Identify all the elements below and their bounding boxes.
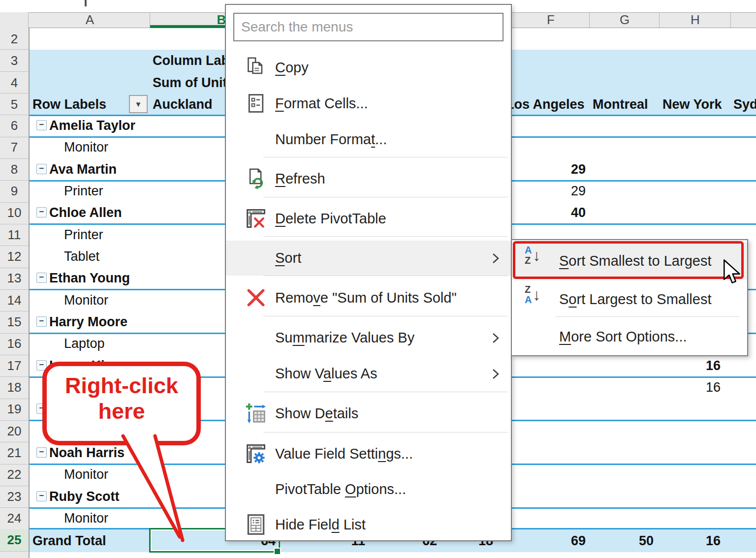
row-label-person[interactable]: Harry Moore: [49, 311, 127, 333]
row-labels-cell[interactable]: Row Labels: [32, 93, 106, 115]
name-box-divider: [85, 0, 87, 6]
menu-item-remove-sum-of-units-sold[interactable]: Remove "Sum of Units Sold": [226, 280, 511, 315]
row-header-10[interactable]: 10: [0, 202, 29, 224]
row-header-2[interactable]: 2: [0, 28, 29, 50]
row-label-person[interactable]: Chloe Allen: [49, 202, 122, 223]
menu-item-summarize-values-by[interactable]: Summarize Values By: [226, 320, 511, 355]
callout-tail: [113, 433, 192, 544]
show-details-icon: [244, 403, 268, 424]
menu-item-pivottable-options[interactable]: PivotTable Options...: [226, 472, 511, 506]
row-label-person[interactable]: Ruby Scott: [49, 486, 120, 507]
collapse-icon[interactable]: −: [36, 491, 47, 501]
row-label-item[interactable]: Tablet: [64, 246, 99, 267]
grand-total-h[interactable]: 16: [660, 529, 721, 552]
row-header-22[interactable]: 22: [0, 464, 29, 486]
search-input[interactable]: [233, 13, 504, 41]
collapse-icon[interactable]: −: [36, 120, 47, 130]
menu-item-hide-field-list[interactable]: Hide Field List: [226, 507, 511, 542]
city-header-montreal[interactable]: Montreal: [593, 93, 648, 115]
sort-za-icon: ZA ↓: [525, 284, 540, 305]
row-header-6[interactable]: 6: [0, 115, 29, 137]
menu-item-sort[interactable]: Sort: [226, 241, 511, 276]
row-label-item[interactable]: Monitor: [64, 464, 108, 485]
menu-item-value-field-settings[interactable]: Value Field Settings...: [226, 436, 511, 471]
column-header-a[interactable]: A: [30, 12, 150, 28]
city-header-sydney[interactable]: Sydney: [733, 93, 756, 115]
cell-value[interactable]: 29: [512, 180, 586, 202]
row-header-21[interactable]: 21: [0, 442, 29, 464]
menu-item-copy[interactable]: Copy: [226, 50, 511, 85]
row-header-15[interactable]: 15: [0, 311, 29, 333]
row-header-14[interactable]: 14: [0, 289, 29, 311]
copy-icon: [244, 57, 268, 78]
cell-value[interactable]: 16: [660, 355, 721, 376]
collapse-icon[interactable]: −: [36, 164, 47, 174]
cell-value[interactable]: 40: [512, 202, 586, 223]
row-header-11[interactable]: 11: [0, 224, 29, 246]
sort-submenu: AZ ↓ Sort Smallest to Largest ZA ↓ Sort …: [511, 239, 748, 356]
cell-value[interactable]: 29: [512, 158, 586, 180]
column-header-h[interactable]: H: [660, 12, 731, 28]
row-label-item[interactable]: Monitor: [64, 289, 108, 311]
grand-total-label[interactable]: Grand Total: [32, 529, 106, 552]
column-header-g[interactable]: G: [590, 12, 660, 28]
row-label-item[interactable]: Laptop: [64, 333, 105, 354]
row-header-4[interactable]: 4: [0, 72, 29, 94]
context-menu: Copy Format Cells... Number Format...: [225, 4, 512, 541]
cell-value[interactable]: 16: [660, 376, 721, 398]
submenu-item-more-sort-options[interactable]: More Sort Options...: [512, 320, 747, 353]
city-header-new-york[interactable]: New York: [662, 93, 722, 115]
value-field-settings-icon: [244, 443, 268, 465]
row-header-23[interactable]: 23: [0, 486, 29, 508]
row-header-17[interactable]: 17: [0, 355, 29, 377]
menu-separator: [263, 276, 508, 276]
menu-separator: [263, 432, 508, 433]
mouse-cursor-icon: [723, 259, 743, 287]
menu-item-refresh[interactable]: Refresh: [226, 161, 511, 196]
row-label-item[interactable]: Printer: [64, 180, 103, 202]
row-header-12[interactable]: 12: [0, 246, 29, 268]
row-label-item[interactable]: Monitor: [64, 507, 108, 529]
collapse-icon[interactable]: −: [36, 316, 47, 327]
row-header-13[interactable]: 13: [0, 267, 29, 289]
header-divider: [730, 13, 731, 28]
collapse-icon[interactable]: −: [36, 273, 47, 283]
row-label-person[interactable]: Amelia Taylor: [49, 115, 135, 136]
submenu-separator: [555, 316, 739, 317]
collapse-icon[interactable]: −: [36, 207, 47, 217]
callout-line1: Right-click: [47, 373, 196, 399]
city-header-auckland[interactable]: Auckland: [153, 93, 213, 115]
submenu-chevron-icon: [492, 332, 500, 344]
menu-item-delete-pivottable[interactable]: Delete PivotTable: [226, 201, 511, 236]
row-header-5[interactable]: 5: [0, 93, 29, 116]
row-labels-filter-dropdown[interactable]: ▼: [129, 95, 148, 113]
row-header-9[interactable]: 9: [0, 180, 29, 202]
city-header-los-angeles[interactable]: Los Angeles: [506, 93, 585, 115]
row-header-16[interactable]: 16: [0, 333, 29, 355]
column-header-f[interactable]: F: [512, 12, 590, 28]
row-header-19[interactable]: 19: [0, 398, 29, 420]
row-header-3[interactable]: 3: [0, 50, 29, 72]
row-header-24[interactable]: 24: [0, 507, 29, 529]
row-label-item[interactable]: Printer: [64, 224, 103, 246]
refresh-icon: [244, 168, 268, 189]
row-header-18[interactable]: 18: [0, 376, 29, 399]
row-header-8[interactable]: 8: [0, 158, 29, 181]
menu-item-show-values-as[interactable]: Show Values As: [226, 356, 511, 391]
row-label-item[interactable]: Monitor: [64, 136, 108, 158]
grand-total-f[interactable]: 69: [512, 529, 586, 552]
row-label-person[interactable]: Ava Martin: [49, 158, 117, 180]
collapse-icon[interactable]: −: [36, 447, 47, 458]
grand-total-g[interactable]: 50: [591, 529, 654, 552]
row-header-7[interactable]: 7: [0, 136, 29, 158]
submenu-item-sort-largest-to-smallest[interactable]: ZA ↓ Sort Largest to Smallest: [512, 283, 747, 315]
fill-handle[interactable]: [274, 548, 281, 555]
menu-item-format-cells[interactable]: Format Cells...: [226, 86, 511, 121]
menu-item-number-format[interactable]: Number Format...: [226, 122, 511, 156]
row-header-20[interactable]: 20: [0, 420, 29, 442]
select-all-corner[interactable]: [0, 12, 29, 28]
row-label-person[interactable]: Ethan Young: [49, 267, 130, 289]
submenu-chevron-icon: [492, 368, 500, 380]
row-header-25-selected[interactable]: 25: [0, 529, 29, 551]
menu-item-show-details[interactable]: Show Details: [226, 396, 511, 431]
